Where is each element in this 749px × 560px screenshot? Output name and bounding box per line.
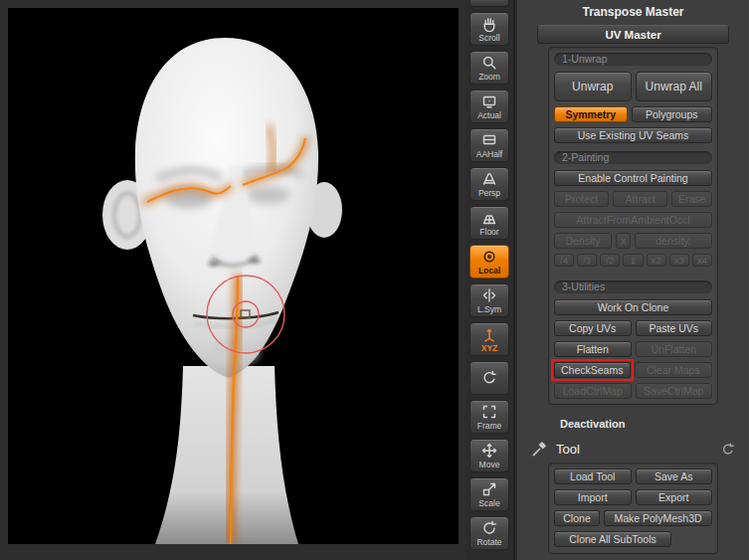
- shelf-button-floor[interactable]: Floor: [469, 206, 509, 240]
- export-button[interactable]: Export: [636, 489, 713, 505]
- right-tray: Transpose Master UV Master 1-Unwrap Unwr…: [517, 0, 749, 560]
- polygroups-button[interactable]: Polygroups: [632, 106, 712, 122]
- reset-icon[interactable]: [721, 443, 735, 457]
- unwrap-button[interactable]: Unwrap: [554, 72, 632, 101]
- flatten-button[interactable]: Flatten: [554, 341, 632, 357]
- density-step-1-button[interactable]: 1: [623, 254, 643, 267]
- clone-all-subtools-button[interactable]: Clone All SubTools: [554, 531, 671, 547]
- unflatten-button[interactable]: UnFlatten: [636, 341, 713, 357]
- load-tool-button[interactable]: Load Tool: [554, 468, 632, 484]
- shelf-label-rotate: Rotate: [476, 537, 501, 547]
- section-unwrap-label: 1-Unwrap: [554, 53, 712, 66]
- right-shelf: Scroll Zoom Actual AAHalf Persp Floor Lo…: [466, 0, 515, 560]
- hand-scroll-icon: [481, 16, 497, 33]
- density-step-div4-button[interactable]: /4: [554, 254, 574, 267]
- density-x-button[interactable]: x: [616, 233, 631, 249]
- shelf-label-aahalf: AAHalf: [476, 149, 502, 159]
- tool-palette-header[interactable]: Tool: [517, 439, 749, 460]
- local-pivot-icon: [481, 249, 497, 266]
- uv-master-panel: 1-Unwrap Unwrap Unwrap All Symmetry Poly…: [548, 47, 718, 405]
- shelf-button-zoom[interactable]: Zoom: [469, 51, 509, 85]
- copy-uvs-button[interactable]: Copy UVs: [554, 320, 632, 336]
- attract-button[interactable]: Attract: [613, 191, 667, 207]
- viewport-canvas[interactable]: [8, 8, 459, 544]
- shelf-label-move: Move: [479, 460, 500, 469]
- density-step-div3-button[interactable]: /3: [577, 254, 597, 267]
- use-existing-uv-seams-button[interactable]: Use Existing UV Seams: [554, 127, 712, 143]
- save-as-button[interactable]: Save As: [636, 468, 713, 484]
- tool-palette-label: Tool: [556, 442, 580, 457]
- shelf-button-xyz[interactable]: XYZ: [469, 322, 509, 356]
- shelf-button-scroll[interactable]: Scroll: [469, 12, 509, 46]
- make-polymesh3d-button[interactable]: Make PolyMesh3D: [604, 510, 712, 526]
- perspective-icon: [481, 171, 497, 188]
- shelf-button-local[interactable]: Local: [469, 245, 509, 279]
- erase-button[interactable]: Erase: [671, 191, 712, 207]
- aahalf-icon: [481, 132, 497, 149]
- deactivation-section[interactable]: Deactivation: [548, 416, 718, 432]
- floor-grid-icon: [481, 210, 497, 227]
- hammer-icon: [531, 441, 548, 458]
- unwrap-all-button[interactable]: Unwrap All: [636, 72, 713, 101]
- rotate-icon: [481, 520, 497, 537]
- density-step-x2-button[interactable]: x2: [647, 254, 666, 267]
- shelf-button-persp[interactable]: Persp: [469, 167, 509, 201]
- density-step-div2-button[interactable]: /2: [600, 254, 620, 267]
- shelf-button-spin[interactable]: [469, 361, 509, 395]
- density-step-x4-button[interactable]: x4: [692, 254, 712, 267]
- shelf-label-actual: Actual: [477, 110, 501, 120]
- shelf-label-frame: Frame: [477, 421, 502, 431]
- shelf-button-actual[interactable]: Actual: [469, 90, 509, 123]
- shelf-button-clipped[interactable]: [469, 0, 509, 7]
- scale-icon: [481, 481, 497, 498]
- actual-size-icon: [481, 93, 497, 110]
- shelf-label-floor: Floor: [479, 227, 498, 237]
- shelf-label-zoom: Zoom: [478, 72, 500, 82]
- magnifier-icon: [481, 55, 497, 72]
- shelf-label-xyz: XYZ: [481, 343, 498, 353]
- save-ctrl-map-button[interactable]: SaveCtrlMap: [636, 383, 713, 399]
- shelf-button-move[interactable]: Move: [469, 439, 509, 472]
- clear-maps-button[interactable]: Clear Maps: [635, 362, 713, 378]
- section-painting-label: 2-Painting: [554, 151, 712, 164]
- protect-button[interactable]: Protect: [554, 191, 609, 207]
- shelf-label-local: Local: [478, 266, 500, 276]
- paste-uvs-button[interactable]: Paste UVs: [636, 320, 713, 336]
- tool-panel: Load Tool Save As Import Export Clone Ma…: [548, 463, 718, 554]
- check-seams-button[interactable]: CheckSeams: [554, 362, 631, 378]
- shelf-button-frame[interactable]: Frame: [469, 400, 509, 434]
- shelf-label-lsym: L.Sym: [477, 304, 501, 314]
- local-symmetry-icon: [481, 287, 497, 304]
- uv-master-header-label: UV Master: [605, 29, 660, 41]
- symmetry-button[interactable]: Symmetry: [554, 106, 628, 122]
- shelf-label-scroll: Scroll: [478, 33, 499, 43]
- work-on-clone-button[interactable]: Work On Clone: [554, 299, 712, 315]
- xyz-axis-icon: [481, 326, 497, 343]
- load-ctrl-map-button[interactable]: LoadCtrlMap: [554, 383, 632, 399]
- shelf-button-aahalf[interactable]: AAHalf: [469, 128, 509, 162]
- uv-master-header[interactable]: UV Master: [537, 25, 729, 44]
- section-utilities-label: 3-Utilities: [554, 280, 712, 293]
- spin-icon: [481, 370, 497, 387]
- shelf-button-scale[interactable]: Scale: [469, 477, 509, 511]
- density-step-x3-button[interactable]: x3: [669, 254, 689, 267]
- move-icon: [481, 443, 497, 460]
- head-model: [8, 8, 459, 544]
- shelf-button-rotate[interactable]: Rotate: [469, 516, 509, 550]
- enable-control-painting-button[interactable]: Enable Control Painting: [554, 170, 712, 186]
- shelf-label-persp: Persp: [478, 188, 500, 198]
- shelf-button-lsym[interactable]: L.Sym: [469, 283, 509, 317]
- density-value-slider[interactable]: density.: [635, 233, 712, 249]
- attract-from-ambient-occl-button[interactable]: AttractFromAmbientOccl: [554, 212, 712, 228]
- panel-title: Transpose Master: [517, 0, 749, 22]
- density-button[interactable]: Density: [554, 233, 612, 249]
- shelf-label-scale: Scale: [478, 498, 499, 508]
- frame-icon: [481, 404, 497, 421]
- clone-button[interactable]: Clone: [554, 510, 600, 526]
- import-button[interactable]: Import: [554, 489, 632, 505]
